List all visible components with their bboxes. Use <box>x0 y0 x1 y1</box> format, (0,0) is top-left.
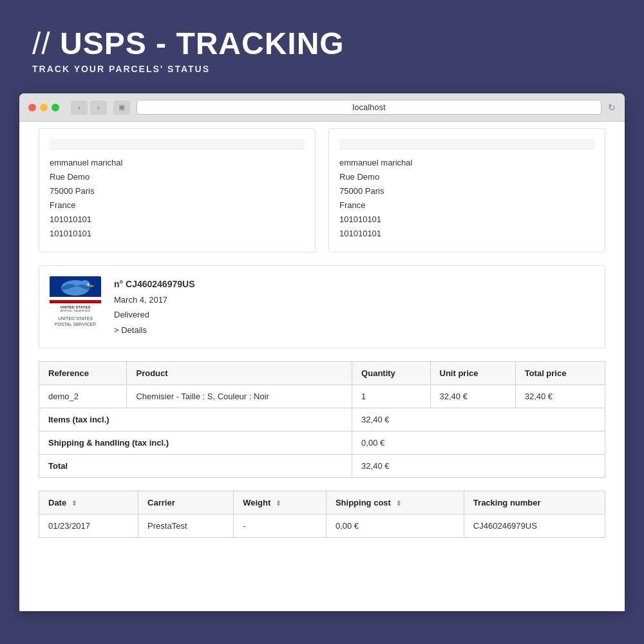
address-right-line-4: France <box>339 198 594 213</box>
ship-weight: - <box>234 514 327 537</box>
svg-rect-6 <box>50 300 101 303</box>
tracking-number-value: CJ460246979US <box>126 279 194 289</box>
address-row: emmanuel marichal Rue Demo 75000 Paris F… <box>39 128 605 252</box>
usps-text: UNITED STATESPOSTAL SERVICE® <box>50 316 101 327</box>
shipping-value: 0,00 € <box>352 431 605 454</box>
address-left-line-6: 101010101 <box>50 227 305 241</box>
address-header-left <box>50 139 305 149</box>
usps-logo: UNITED STATES POSTAL SERVICE® UNITED STA… <box>50 276 101 327</box>
items-value: 32,40 € <box>352 408 605 431</box>
col-product: Product <box>127 361 352 384</box>
refresh-button[interactable]: ↻ <box>608 102 616 113</box>
total-label: Total <box>39 454 352 477</box>
address-right-line-3: 75000 Paris <box>339 184 594 198</box>
order-unit-price: 32,40 € <box>430 384 515 408</box>
address-left-line-3: 75000 Paris <box>50 184 305 198</box>
ship-cost: 0,00 € <box>326 514 464 537</box>
ship-col-cost: Shipping cost ⇕ <box>326 491 464 514</box>
address-left-line-1: emmanuel marichal <box>50 156 305 170</box>
address-right-line-6: 101010101 <box>339 227 594 241</box>
tracking-status: Delivered <box>114 307 194 322</box>
ship-col-tracking: Tracking number <box>464 491 605 514</box>
address-left-line-2: Rue Demo <box>50 170 305 184</box>
header: // USPS - TRACKING TRACK YOUR PARCELS' S… <box>0 0 644 93</box>
svg-point-4 <box>88 283 90 285</box>
tracking-date: March 4, 2017 <box>114 292 194 307</box>
order-product: Chemisier - Taille : S, Couleur : Noir <box>127 384 352 408</box>
items-label: Items (tax incl.) <box>39 408 352 431</box>
ship-col-carrier: Carrier <box>138 491 234 514</box>
url-bar[interactable]: localhost <box>137 100 601 115</box>
tracking-number-prefix: n° <box>114 279 123 289</box>
total-value: 32,40 € <box>352 454 605 477</box>
svg-text:POSTAL SERVICE®: POSTAL SERVICE® <box>61 309 90 312</box>
ship-col-date: Date ⇕ <box>39 491 138 514</box>
minimize-dot[interactable] <box>40 104 48 111</box>
shipping-row-1: 01/23/2017 PrestaTest - 0,00 € CJ4602469… <box>39 514 605 537</box>
address-box-right: emmanuel marichal Rue Demo 75000 Paris F… <box>328 128 605 252</box>
content-area: emmanuel marichal Rue Demo 75000 Paris F… <box>19 122 625 551</box>
address-left-line-5: 101010101 <box>50 213 305 227</box>
items-row: Items (tax incl.) 32,40 € <box>39 408 605 431</box>
address-left-line-4: France <box>50 198 305 213</box>
subtitle-text: TRACK YOUR PARCELS' STATUS <box>32 64 612 74</box>
svg-rect-5 <box>50 297 101 300</box>
reader-button[interactable]: ▣ <box>113 100 130 115</box>
address-box-left: emmanuel marichal Rue Demo 75000 Paris F… <box>39 128 316 252</box>
order-quantity: 1 <box>352 384 430 408</box>
shipping-row: Shipping & handling (tax incl.) 0,00 € <box>39 431 605 454</box>
address-right-line-1: emmanuel marichal <box>339 156 594 170</box>
tracking-details: n° CJ460246979US March 4, 2017 Delivered… <box>114 276 194 337</box>
maximize-dot[interactable] <box>52 104 59 111</box>
browser-window: ‹ › ▣ localhost ↻ emmanuel marichal Rue … <box>19 93 625 611</box>
cost-sort-icon[interactable]: ⇕ <box>396 500 401 507</box>
browser-nav: ‹ › <box>71 100 107 115</box>
total-row: Total 32,40 € <box>39 454 605 477</box>
shipping-label: Shipping & handling (tax incl.) <box>39 431 352 454</box>
order-reference: demo_2 <box>39 384 127 408</box>
order-total-price: 32,40 € <box>515 384 605 408</box>
ship-col-weight: Weight ⇕ <box>234 491 327 514</box>
close-dot[interactable] <box>28 104 36 111</box>
browser-dots <box>28 104 59 111</box>
col-total-price: Total price <box>515 361 605 384</box>
shipping-table: Date ⇕ Carrier Weight ⇕ Shipping cost <box>39 491 605 538</box>
col-unit-price: Unit price <box>430 361 515 384</box>
tracking-details-link[interactable]: > Details <box>114 323 194 337</box>
order-row-1: demo_2 Chemisier - Taille : S, Couleur :… <box>39 384 605 408</box>
col-quantity: Quantity <box>352 361 430 384</box>
address-header-right <box>339 139 594 149</box>
date-sort-icon[interactable]: ⇕ <box>71 500 77 507</box>
slash-decoration: // <box>32 26 51 61</box>
tracking-number-display: n° CJ460246979US <box>114 276 194 292</box>
ship-tracking-number: CJ460246979US <box>464 514 605 537</box>
weight-sort-icon[interactable]: ⇕ <box>276 500 281 507</box>
tracking-info-box: UNITED STATES POSTAL SERVICE® UNITED STA… <box>39 265 605 348</box>
col-reference: Reference <box>39 361 127 384</box>
address-right-line-5: 101010101 <box>339 213 594 227</box>
forward-button[interactable]: › <box>90 100 107 115</box>
browser-toolbar: ‹ › ▣ localhost ↻ <box>19 93 625 122</box>
ship-carrier: PrestaTest <box>138 514 234 537</box>
address-right-line-2: Rue Demo <box>339 170 594 184</box>
page-title: // USPS - TRACKING <box>32 26 612 61</box>
browser-content: emmanuel marichal Rue Demo 75000 Paris F… <box>19 122 625 611</box>
usps-logo-svg: UNITED STATES POSTAL SERVICE® <box>50 276 101 312</box>
order-table: Reference Product Quantity Unit price To… <box>39 361 605 478</box>
ship-date: 01/23/2017 <box>39 514 138 537</box>
title-text: USPS - TRACKING <box>60 26 345 61</box>
back-button[interactable]: ‹ <box>71 100 88 115</box>
